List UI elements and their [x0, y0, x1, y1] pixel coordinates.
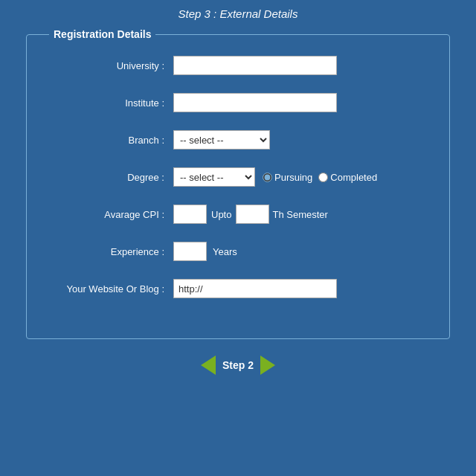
pursuing-label: Pursuing [274, 172, 312, 183]
university-input[interactable] [173, 56, 337, 75]
branch-label: Branch : [49, 135, 164, 146]
step-label: Step 2 [222, 359, 254, 371]
next-arrow-icon [260, 356, 275, 375]
next-button[interactable] [258, 356, 277, 375]
average-cpi-label: Avarage CPI : [49, 209, 164, 220]
page-title: Step 3 : External Details [178, 7, 298, 20]
branch-select[interactable]: -- select -- [173, 130, 270, 149]
institute-row: Institute : [49, 93, 427, 112]
branch-row: Branch : -- select -- [49, 130, 427, 149]
completed-label: Completed [330, 172, 377, 183]
website-label: Your Website Or Blog : [49, 283, 164, 295]
th-semester-label: Th Semester [272, 209, 327, 220]
university-label: University : [49, 60, 164, 71]
degree-radio-group: Pursuing Completed [263, 172, 377, 183]
registration-fieldset: Registration Details University : Instit… [26, 28, 450, 339]
degree-row: Degree : -- select -- Pursuing Completed [49, 167, 427, 187]
upto-label: Upto [211, 209, 231, 220]
years-label: Years [213, 246, 237, 257]
completed-radio[interactable] [318, 173, 328, 182]
prev-arrow-icon [201, 356, 216, 375]
institute-input[interactable] [173, 93, 337, 112]
prev-button[interactable] [199, 356, 218, 375]
fieldset-legend: Registration Details [49, 28, 155, 40]
experience-input[interactable] [173, 242, 207, 261]
semester-input[interactable] [236, 205, 269, 224]
institute-label: Institute : [49, 97, 164, 109]
cpi-input[interactable] [173, 205, 207, 224]
pursuing-radio[interactable] [263, 173, 272, 182]
experience-label: Experience : [49, 246, 164, 257]
university-row: University : [49, 56, 427, 75]
average-cpi-row: Avarage CPI : Upto Th Semester [49, 205, 427, 224]
step-navigation: Step 2 [199, 356, 277, 375]
website-input[interactable] [173, 279, 337, 298]
degree-select[interactable]: -- select -- [173, 167, 255, 187]
experience-row: Experience : Years [49, 242, 427, 261]
completed-radio-label[interactable]: Completed [318, 172, 377, 183]
website-row: Your Website Or Blog : [49, 279, 427, 298]
pursuing-radio-label[interactable]: Pursuing [263, 172, 312, 183]
degree-label: Degree : [49, 172, 164, 183]
